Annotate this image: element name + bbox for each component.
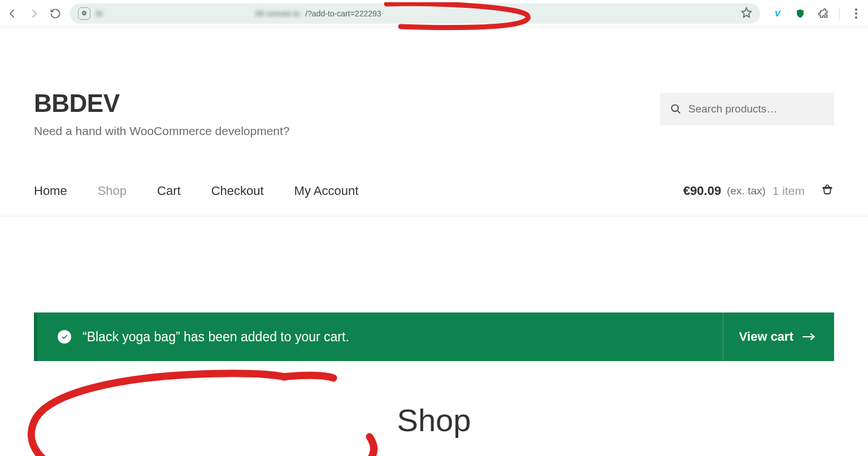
- svg-rect-1: [823, 187, 832, 188]
- page-title: Shop: [0, 402, 868, 438]
- nav-cart[interactable]: Cart: [157, 184, 181, 198]
- back-button[interactable]: [6, 7, 19, 20]
- search-input[interactable]: [688, 103, 824, 115]
- arrow-right-icon: [801, 332, 816, 342]
- url-blurred-host: 06 conves io: [255, 9, 300, 18]
- nav-checkout[interactable]: Checkout: [211, 184, 264, 198]
- header-cart[interactable]: €90.09 (ex. tax) 1 item: [683, 183, 834, 199]
- woocommerce-notice: “Black yoga bag” has been added to your …: [34, 312, 834, 361]
- browser-menu-icon[interactable]: [850, 8, 862, 19]
- url-visible-part: /?add-to-cart=222293: [305, 9, 381, 18]
- primary-nav: Home Shop Cart Checkout My Account €90.0…: [0, 138, 868, 216]
- shield-extension-icon[interactable]: [794, 7, 806, 20]
- bookmark-star-icon[interactable]: [741, 7, 752, 20]
- url-blurred-prefix: bt: [96, 9, 103, 18]
- search-icon: [670, 103, 682, 115]
- site-header: BBDEV Need a hand with WooCommerce devel…: [0, 27, 868, 138]
- nav-links: Home Shop Cart Checkout My Account: [34, 184, 358, 198]
- forward-button[interactable]: [27, 7, 41, 20]
- cart-extax-label: (ex. tax): [727, 185, 766, 197]
- notice-text: “Black yoga bag” has been added to your …: [83, 329, 349, 345]
- site-settings-icon[interactable]: ⚙: [78, 7, 90, 20]
- extensions-puzzle-icon[interactable]: [817, 7, 829, 20]
- vimeo-extension-icon[interactable]: v: [771, 7, 784, 20]
- separator: [839, 7, 840, 20]
- address-bar[interactable]: ⚙ bt 06 conves io /?add-to-cart=222293: [70, 3, 760, 24]
- nav-shop[interactable]: Shop: [98, 184, 127, 198]
- check-icon: [58, 330, 71, 344]
- extensions-area: v: [768, 7, 862, 20]
- browser-toolbar: ⚙ bt 06 conves io /?add-to-cart=222293 v: [0, 0, 868, 27]
- nav-home[interactable]: Home: [34, 184, 67, 198]
- site-tagline: Need a hand with WooCommerce development…: [34, 124, 290, 138]
- basket-icon: [821, 183, 834, 199]
- site-branding: BBDEV Need a hand with WooCommerce devel…: [34, 89, 290, 138]
- reload-button[interactable]: [49, 7, 62, 20]
- svg-point-0: [672, 105, 679, 112]
- view-cart-button[interactable]: View cart: [723, 312, 816, 361]
- cart-item-count: 1 item: [772, 184, 805, 198]
- product-search[interactable]: [660, 93, 834, 125]
- page-content: BBDEV Need a hand with WooCommerce devel…: [0, 27, 868, 438]
- site-title[interactable]: BBDEV: [34, 89, 290, 118]
- view-cart-label: View cart: [739, 329, 793, 344]
- nav-account[interactable]: My Account: [294, 184, 359, 198]
- cart-total-price: €90.09: [683, 184, 721, 198]
